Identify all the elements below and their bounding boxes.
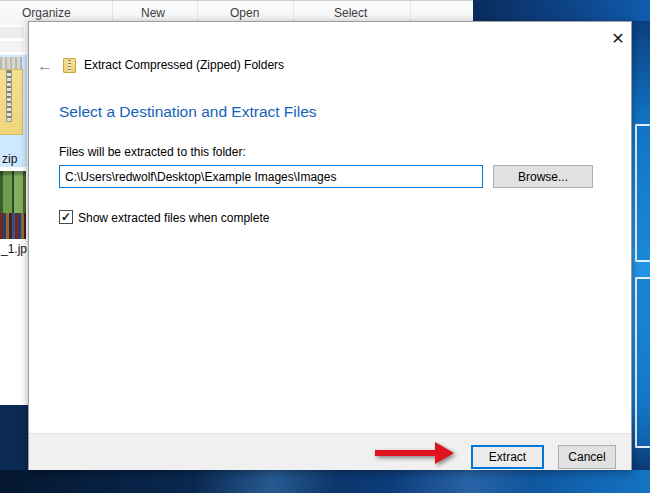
ribbon-group-new[interactable]: New: [141, 6, 165, 20]
start-tile[interactable]: [635, 277, 650, 448]
dialog-heading: Select a Destination and Extract Files: [59, 103, 317, 121]
dialog-header: ← Extract Compressed (Zipped) Folders: [29, 57, 631, 75]
back-arrow-icon[interactable]: ←: [37, 57, 53, 75]
dialog-title: Extract Compressed (Zipped) Folders: [84, 58, 284, 72]
photo-thumbnail-detail: [0, 213, 26, 239]
extract-button[interactable]: Extract: [471, 445, 544, 469]
zip-folder-icon: [63, 58, 76, 73]
zipper-icon: [6, 70, 12, 122]
ribbon-group-open[interactable]: Open: [230, 6, 259, 20]
checkbox-checked-icon[interactable]: ✓: [59, 210, 73, 224]
photo-file-label: _1.jp: [1, 242, 27, 256]
ribbon-group-organize[interactable]: Organize: [22, 6, 71, 20]
checkbox-label: Show extracted files when complete: [78, 211, 269, 225]
extract-dialog: ✕ ← Extract Compressed (Zipped) Folders …: [28, 21, 632, 470]
dialog-footer: Extract Cancel: [29, 433, 631, 470]
zip-folder-icon: [0, 69, 23, 135]
screen: Organize New Open Select zip _1.jp ✕ ← E…: [0, 0, 650, 493]
browse-button[interactable]: Browse...: [493, 165, 593, 188]
start-tile[interactable]: [635, 124, 650, 262]
zip-folder-icon: [0, 57, 22, 69]
desktop-wallpaper-top: [473, 0, 650, 21]
destination-path-input[interactable]: [59, 165, 483, 188]
zip-file-label: zip: [2, 152, 17, 166]
desktop-wallpaper-bottom: [0, 470, 650, 493]
explorer-file-list: zip _1.jp: [0, 25, 28, 405]
close-icon[interactable]: ✕: [607, 28, 629, 50]
cancel-button[interactable]: Cancel: [558, 445, 616, 469]
zip-file-item[interactable]: zip: [0, 55, 27, 167]
list-item: [0, 27, 24, 38]
photo-thumbnail[interactable]: [0, 171, 26, 239]
destination-label: Files will be extracted to this folder:: [59, 145, 246, 159]
list-item: [0, 41, 24, 52]
ribbon-group-select[interactable]: Select: [334, 6, 367, 20]
